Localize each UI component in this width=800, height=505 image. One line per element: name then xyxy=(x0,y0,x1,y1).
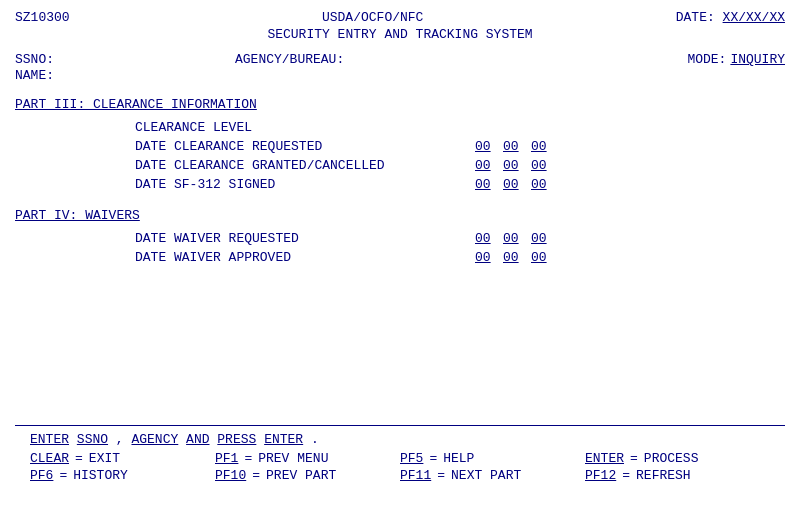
part3-prefix: PART III: CLEARANCE INFORMATION xyxy=(15,97,257,112)
dcr-yy: 00 xyxy=(531,139,551,154)
title-line1: USDA/OCFO/NFC xyxy=(70,10,676,25)
pf1-eq: = xyxy=(244,451,252,466)
pf10-label[interactable]: PF10 xyxy=(215,468,246,483)
footer-row2: CLEAR = EXIT PF1 = PREV MENU PF5 = HELP … xyxy=(30,451,770,466)
date-clearance-requested-label: DATE CLEARANCE REQUESTED xyxy=(135,139,475,154)
pf5-eq: = xyxy=(429,451,437,466)
pf10-eq: = xyxy=(252,468,260,483)
ssno-field: SSNO: xyxy=(15,52,235,67)
pf12-refresh: PF12 = REFRESH xyxy=(585,468,770,483)
date-sf312-label: DATE SF-312 SIGNED xyxy=(135,177,475,192)
part4-header: PART IV: WAIVERS xyxy=(15,208,785,223)
enter-label[interactable]: ENTER xyxy=(585,451,624,466)
date-value: XX/XX/XX xyxy=(723,10,785,25)
clearance-level-row: CLEARANCE LEVEL xyxy=(15,120,785,135)
pf6-label[interactable]: PF6 xyxy=(30,468,53,483)
date-waiver-approved-label: DATE WAIVER APPROVED xyxy=(135,250,475,265)
pf11-eq: = xyxy=(437,468,445,483)
pf11-action: NEXT PART xyxy=(451,468,521,483)
dwa-dd: 00 xyxy=(503,250,523,265)
system-id: SZ10300 xyxy=(15,10,70,25)
pf1-prev-menu: PF1 = PREV MENU xyxy=(215,451,400,466)
date-clearance-granted-row: DATE CLEARANCE GRANTED/CANCELLED 00 00 0… xyxy=(15,158,785,173)
pf6-eq: = xyxy=(59,468,67,483)
name-row: NAME: xyxy=(15,68,785,83)
footer-instruction: ENTER SSNO , AGENCY AND PRESS ENTER . xyxy=(30,432,770,447)
enter-keyword: ENTER xyxy=(30,432,69,447)
pf12-label[interactable]: PF12 xyxy=(585,468,616,483)
date-waiver-approved-row: DATE WAIVER APPROVED 00 00 00 xyxy=(15,250,785,265)
pf12-eq: = xyxy=(622,468,630,483)
date-label: DATE: xyxy=(676,10,715,25)
date-waiver-requested-row: DATE WAIVER REQUESTED 00 00 00 xyxy=(15,231,785,246)
date-sf312-row: DATE SF-312 SIGNED 00 00 00 xyxy=(15,177,785,192)
title-line2: SECURITY ENTRY AND TRACKING SYSTEM xyxy=(15,27,785,42)
ssno-label: SSNO: xyxy=(15,52,54,67)
header-row: SZ10300 USDA/OCFO/NFC DATE: XX/XX/XX xyxy=(15,10,785,25)
dcg-yy: 00 xyxy=(531,158,551,173)
clear-eq: = xyxy=(75,451,83,466)
and-keyword: AND xyxy=(186,432,209,447)
mode-label: MODE: xyxy=(687,52,726,67)
dsf-dd: 00 xyxy=(503,177,523,192)
date-waiver-approved-value: 00 00 00 xyxy=(475,250,551,265)
ssno-agency-row: SSNO: AGENCY/BUREAU: MODE: INQUIRY xyxy=(15,52,785,67)
dcg-mm: 00 xyxy=(475,158,495,173)
mode-field: MODE: INQUIRY xyxy=(687,52,785,67)
date-field: DATE: XX/XX/XX xyxy=(676,10,785,25)
pf1-action: PREV MENU xyxy=(258,451,328,466)
date-clearance-requested-value: 00 00 00 xyxy=(475,139,551,154)
pf11-label[interactable]: PF11 xyxy=(400,468,431,483)
pf6-action: HISTORY xyxy=(73,468,128,483)
dcg-dd: 00 xyxy=(503,158,523,173)
agency-label: AGENCY/BUREAU: xyxy=(235,52,344,67)
date-clearance-granted-label: DATE CLEARANCE GRANTED/CANCELLED xyxy=(135,158,475,173)
enter-eq: = xyxy=(630,451,638,466)
mode-value: INQUIRY xyxy=(730,52,785,67)
enter-action: PROCESS xyxy=(644,451,699,466)
agency-keyword: AGENCY xyxy=(131,432,178,447)
comma1: , xyxy=(116,432,132,447)
dwr-dd: 00 xyxy=(503,231,523,246)
dwr-mm: 00 xyxy=(475,231,495,246)
enter-keyword2: ENTER xyxy=(264,432,303,447)
dcr-mm: 00 xyxy=(475,139,495,154)
date-waiver-requested-value: 00 00 00 xyxy=(475,231,551,246)
enter-process: ENTER = PROCESS xyxy=(585,451,770,466)
clearance-level-label: CLEARANCE LEVEL xyxy=(135,120,475,135)
footer: ENTER SSNO , AGENCY AND PRESS ENTER . CL… xyxy=(15,425,785,485)
clear-label[interactable]: CLEAR xyxy=(30,451,69,466)
date-clearance-granted-value: 00 00 00 xyxy=(475,158,551,173)
date-waiver-requested-label: DATE WAIVER REQUESTED xyxy=(135,231,475,246)
clear-action: EXIT xyxy=(89,451,120,466)
part3-header: PART III: CLEARANCE INFORMATION xyxy=(15,97,785,112)
pf12-action: REFRESH xyxy=(636,468,691,483)
pf5-label[interactable]: PF5 xyxy=(400,451,423,466)
footer-row3: PF6 = HISTORY PF10 = PREV PART PF11 = NE… xyxy=(30,468,770,483)
pf5-help: PF5 = HELP xyxy=(400,451,585,466)
dwa-yy: 00 xyxy=(531,250,551,265)
part4-title: PART IV: WAIVERS xyxy=(15,208,140,223)
screen: SZ10300 USDA/OCFO/NFC DATE: XX/XX/XX SEC… xyxy=(15,10,785,495)
pf10-prev-part: PF10 = PREV PART xyxy=(215,468,400,483)
agency-field: AGENCY/BUREAU: xyxy=(235,52,687,67)
dwa-mm: 00 xyxy=(475,250,495,265)
dsf-mm: 00 xyxy=(475,177,495,192)
pf1-label[interactable]: PF1 xyxy=(215,451,238,466)
ssno-keyword: SSNO xyxy=(77,432,108,447)
dwr-yy: 00 xyxy=(531,231,551,246)
date-sf312-value: 00 00 00 xyxy=(475,177,551,192)
date-clearance-requested-row: DATE CLEARANCE REQUESTED 00 00 00 xyxy=(15,139,785,154)
pf11-next-part: PF11 = NEXT PART xyxy=(400,468,585,483)
dcr-dd: 00 xyxy=(503,139,523,154)
pf5-action: HELP xyxy=(443,451,474,466)
name-label: NAME: xyxy=(15,68,54,83)
pf6-history: PF6 = HISTORY xyxy=(30,468,215,483)
pf10-action: PREV PART xyxy=(266,468,336,483)
dsf-yy: 00 xyxy=(531,177,551,192)
press-keyword: PRESS xyxy=(217,432,256,447)
clear-exit: CLEAR = EXIT xyxy=(30,451,215,466)
period: . xyxy=(311,432,319,447)
